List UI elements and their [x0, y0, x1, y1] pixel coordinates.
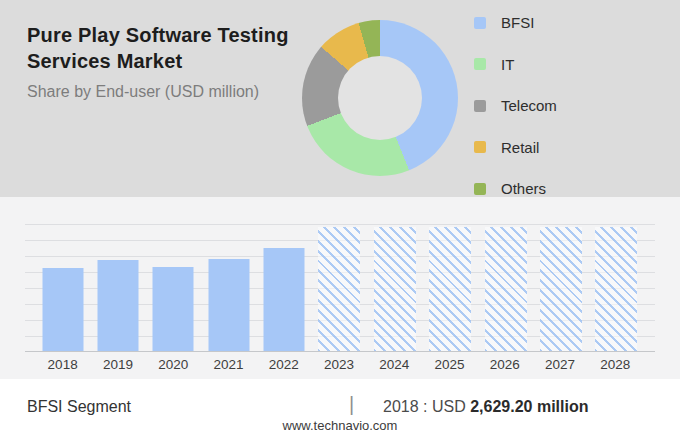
bar-slot-2018 [35, 224, 90, 351]
legend-item-bfsi: BFSI [474, 16, 557, 29]
bar-2018 [42, 268, 83, 351]
page-title-line2: Services Market [27, 48, 297, 74]
legend-item-telecom: Telecom [474, 99, 557, 112]
bar-slots [35, 224, 644, 351]
x-tick-2019: 2019 [90, 357, 145, 372]
bar-2021 [208, 259, 249, 351]
bar-slot-2027 [533, 224, 588, 351]
forecast-bar-2028 [595, 227, 637, 351]
legend-swatch-telecom [474, 100, 486, 112]
segment-value-prefix: 2018 : USD [383, 398, 466, 415]
segment-value-amount: 2,629.20 million [470, 398, 588, 415]
bar-slot-2023 [312, 224, 367, 351]
legend-item-others: Others [474, 182, 557, 195]
legend-label-it: IT [501, 56, 514, 73]
bar-chart-plot [25, 224, 655, 352]
x-tick-2028: 2028 [588, 357, 643, 372]
x-axis-labels: 2018201920202021202220232024202520262027… [35, 357, 643, 372]
page-title-line1: Pure Play Software Testing [27, 22, 297, 48]
forecast-bar-2027 [540, 227, 582, 351]
legend-item-retail: Retail [474, 141, 557, 154]
legend-label-retail: Retail [501, 139, 539, 156]
segment-label: BFSI Segment [27, 398, 131, 416]
x-tick-2020: 2020 [146, 357, 201, 372]
forecast-bar-2024 [374, 227, 416, 351]
x-tick-2023: 2023 [311, 357, 366, 372]
footer-section: BFSI Segment | 2018 : USD 2,629.20 milli… [0, 379, 680, 440]
legend-swatch-it [474, 58, 486, 70]
bar-slot-2026 [478, 224, 533, 351]
bar-slot-2019 [90, 224, 145, 351]
bar-slot-2021 [201, 224, 256, 351]
forecast-bar-2026 [485, 227, 527, 351]
forecast-bar-2025 [429, 227, 471, 351]
x-tick-2024: 2024 [367, 357, 422, 372]
bar-2019 [98, 260, 139, 351]
x-tick-2018: 2018 [35, 357, 90, 372]
website-link[interactable]: www.technavio.com [0, 418, 680, 433]
x-tick-2022: 2022 [256, 357, 311, 372]
footer-divider: | [349, 393, 354, 416]
x-tick-2025: 2025 [422, 357, 477, 372]
infographic-page: Pure Play Software Testing Services Mark… [0, 0, 680, 440]
legend-item-it: IT [474, 58, 557, 71]
bar-slot-2028 [589, 224, 644, 351]
segment-value: 2018 : USD 2,629.20 million [383, 398, 588, 416]
bar-slot-2022 [256, 224, 311, 351]
chart-legend: BFSIITTelecomRetailOthers [474, 16, 557, 224]
bar-slot-2020 [146, 224, 201, 351]
legend-label-bfsi: BFSI [501, 14, 534, 31]
donut-chart [302, 20, 458, 176]
legend-swatch-others [474, 183, 486, 195]
x-tick-2027: 2027 [532, 357, 587, 372]
header-section: Pure Play Software Testing Services Mark… [0, 0, 680, 197]
bar-2022 [264, 248, 305, 351]
legend-swatch-bfsi [474, 17, 486, 29]
bar-2020 [153, 267, 194, 351]
page-subtitle: Share by End-user (USD million) [27, 82, 297, 102]
x-tick-2026: 2026 [477, 357, 532, 372]
title-block: Pure Play Software Testing Services Mark… [27, 22, 297, 102]
x-tick-2021: 2021 [201, 357, 256, 372]
legend-swatch-retail [474, 141, 486, 153]
forecast-bar-2023 [318, 227, 360, 351]
donut-hole [338, 56, 422, 140]
legend-label-telecom: Telecom [501, 97, 557, 114]
legend-label-others: Others [501, 180, 546, 197]
bar-slot-2024 [367, 224, 422, 351]
bar-slot-2025 [423, 224, 478, 351]
